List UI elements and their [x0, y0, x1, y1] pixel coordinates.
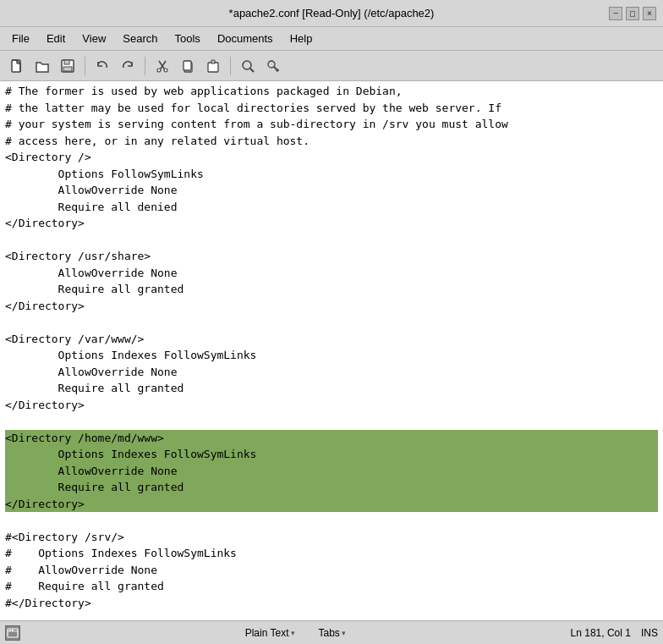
editor-line: # access here, or in any related virtual… [5, 135, 310, 147]
tabs-arrow: ▾ [342, 629, 346, 637]
svg-rect-21 [9, 630, 11, 631]
svg-rect-6 [63, 67, 72, 71]
status-bar: Plain Text ▾ Tabs ▾ Ln 181, Col 1 INS [0, 620, 663, 644]
separator-1 [85, 57, 85, 75]
undo-button[interactable] [90, 54, 114, 78]
editor-line: <Directory /usr/share> [5, 250, 151, 262]
toolbar [0, 51, 663, 81]
editor-line: AllowOverride None [5, 366, 178, 378]
find-replace-button[interactable] [261, 54, 285, 78]
editor-line: </Directory> [5, 399, 85, 411]
window-controls: − □ × [609, 7, 656, 20]
close-button[interactable]: × [643, 7, 656, 20]
svg-point-15 [243, 61, 251, 69]
editor-line: <Directory /> [5, 151, 91, 163]
separator-3 [230, 57, 231, 75]
svg-line-16 [250, 69, 254, 72]
find-button[interactable] [236, 54, 260, 78]
maximize-button[interactable]: □ [626, 7, 639, 20]
tabs-label: Tabs [319, 627, 340, 639]
svg-rect-13 [208, 63, 218, 72]
editor-line: # AllowOverride None [5, 564, 157, 576]
menu-view[interactable]: View [74, 30, 114, 47]
menu-help[interactable]: Help [282, 30, 321, 47]
cut-button[interactable] [151, 54, 174, 78]
svg-line-18 [274, 67, 277, 69]
editor-line: # Require all granted [5, 580, 164, 592]
menu-bar: File Edit View Search Tools Documents He… [0, 27, 663, 51]
highlighted-line: Require all granted [5, 479, 658, 496]
editor-line: Require all denied [5, 201, 178, 213]
svg-rect-22 [12, 630, 14, 631]
highlighted-line: <Directory /home/md/www> [5, 430, 658, 447]
highlighted-line: AllowOverride None [5, 463, 658, 480]
editor-line: Options Indexes FollowSymLinks [5, 349, 256, 361]
editor-line: Options FollowSymLinks [5, 168, 204, 180]
save-file-button[interactable] [56, 54, 79, 78]
editor-line: #</Directory> [5, 597, 91, 609]
editor-line: # your system is serving content from a … [5, 118, 508, 130]
new-file-button[interactable] [5, 54, 29, 78]
svg-point-17 [268, 61, 275, 68]
menu-tools[interactable]: Tools [167, 30, 209, 47]
highlighted-line: Options Indexes FollowSymLinks [5, 446, 658, 463]
plain-text-dropdown[interactable]: Plain Text ▾ [240, 625, 300, 641]
editor-line: </Directory> [5, 300, 85, 312]
cursor-position: Ln 181, Col 1 [571, 627, 631, 639]
editor-line: # Options Indexes FollowSymLinks [5, 547, 237, 559]
redo-button[interactable] [116, 54, 140, 78]
editor-line: # the latter may be used for local direc… [5, 102, 501, 114]
plain-text-arrow: ▾ [291, 629, 295, 637]
minimize-button[interactable]: − [609, 7, 622, 20]
svg-rect-5 [64, 60, 69, 64]
editor-container[interactable]: # The former is used by web applications… [0, 81, 663, 620]
status-left [5, 625, 20, 641]
editor-line: AllowOverride None [5, 267, 178, 279]
svg-rect-12 [184, 61, 191, 70]
status-right: Ln 181, Col 1 INS [571, 627, 658, 639]
editor-line: Require all granted [5, 283, 184, 295]
menu-search[interactable]: Search [114, 30, 166, 47]
copy-button[interactable] [176, 54, 200, 78]
editor-content: # The former is used by web applications… [0, 81, 663, 613]
svg-rect-14 [211, 60, 215, 63]
menu-file[interactable]: File [3, 30, 38, 47]
status-icon[interactable] [5, 625, 20, 641]
tabs-dropdown[interactable]: Tabs ▾ [314, 625, 351, 641]
editor-line: Require all granted [5, 382, 184, 394]
title-bar: *apache2.conf [Read-Only] (/etc/apache2)… [0, 0, 663, 27]
editor-line: # The former is used by web applications… [5, 85, 403, 97]
editor-line: #<Directory /srv/> [5, 531, 124, 543]
open-file-button[interactable] [30, 54, 54, 78]
menu-documents[interactable]: Documents [209, 30, 282, 47]
separator-2 [145, 57, 145, 75]
editor-line: </Directory> [5, 217, 85, 229]
editor-line: <Directory /var/www/> [5, 333, 144, 345]
plain-text-label: Plain Text [245, 627, 289, 639]
svg-point-10 [164, 69, 167, 72]
window-title: *apache2.conf [Read-Only] (/etc/apache2) [229, 7, 435, 19]
status-center: Plain Text ▾ Tabs ▾ [240, 625, 351, 641]
edit-mode: INS [641, 627, 658, 639]
menu-edit[interactable]: Edit [38, 30, 74, 47]
paste-button[interactable] [201, 54, 225, 78]
highlighted-line: </Directory> [5, 496, 658, 513]
editor-line: AllowOverride None [5, 184, 178, 196]
svg-point-9 [157, 69, 161, 72]
